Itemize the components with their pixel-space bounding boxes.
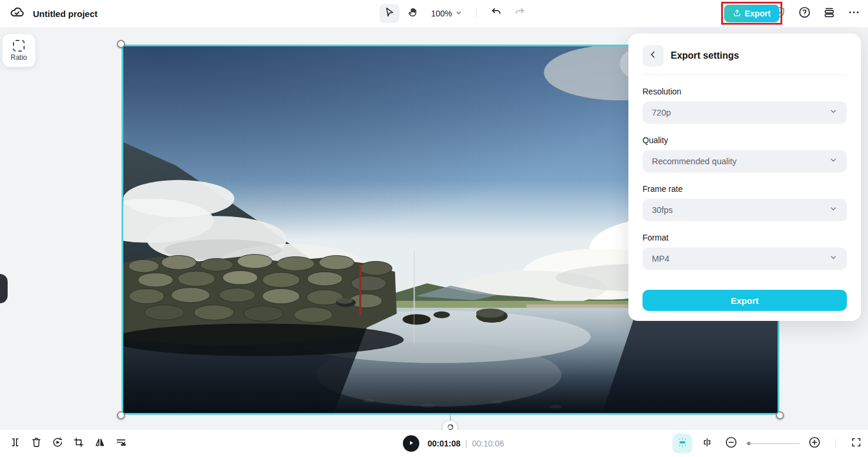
cursor-tool-button[interactable] xyxy=(379,4,399,23)
smart-cut-icon xyxy=(115,436,127,451)
chevron-down-icon xyxy=(829,156,837,167)
export-panel-header: Export settings xyxy=(642,45,847,75)
panel-export-button[interactable]: Export xyxy=(642,290,847,311)
export-button[interactable]: Export xyxy=(724,5,779,22)
selection-handle-bottom-right[interactable] xyxy=(776,411,784,419)
upload-icon xyxy=(733,9,741,19)
cloud-sync-icon xyxy=(9,5,25,22)
ratio-button[interactable]: Ratio xyxy=(2,34,35,67)
more-options-button[interactable] xyxy=(845,4,863,23)
chevron-down-icon xyxy=(829,205,837,215)
resolution-field: Resolution 720p xyxy=(642,87,847,124)
toolbar-divider xyxy=(476,9,477,18)
export-settings-panel: Export settings Resolution 720p Quality … xyxy=(628,33,861,321)
resolution-label: Resolution xyxy=(642,87,847,96)
magic-timeline-icon xyxy=(677,436,688,451)
chevron-down-icon xyxy=(455,8,462,19)
slider-knob[interactable] xyxy=(747,442,751,445)
reverse-icon xyxy=(52,436,63,451)
back-chevron-icon xyxy=(648,50,658,62)
zoom-level-dropdown[interactable]: 100% xyxy=(426,4,467,23)
zoom-out-icon xyxy=(725,436,738,451)
crop-button[interactable] xyxy=(70,435,87,452)
timeline-zoom-in-button[interactable] xyxy=(805,434,824,453)
timeline-zoom-out-button[interactable] xyxy=(722,434,741,453)
fit-timeline-button[interactable] xyxy=(698,434,716,453)
more-options-icon xyxy=(847,6,860,21)
quality-value: Recommended quality xyxy=(652,157,736,166)
mirror-button[interactable] xyxy=(92,435,108,452)
magic-timeline-button[interactable] xyxy=(672,434,692,453)
collapsed-sidebar-tab[interactable] xyxy=(0,274,8,303)
delete-icon xyxy=(31,436,42,451)
bottom-bar: 00:01:08 | 00:10:06 xyxy=(0,430,868,457)
chevron-down-icon xyxy=(829,253,837,264)
current-time: 00:01:08 xyxy=(428,439,460,448)
format-dropdown[interactable]: MP4 xyxy=(642,248,847,270)
zoom-level-value: 100% xyxy=(431,9,452,18)
help-icon xyxy=(798,6,811,21)
format-value: MP4 xyxy=(652,254,669,263)
bottom-divider xyxy=(835,439,836,448)
frame-rate-value: 30fps xyxy=(652,205,672,215)
format-label: Format xyxy=(642,233,847,242)
frame-rate-label: Frame rate xyxy=(642,184,847,194)
play-button[interactable] xyxy=(403,435,419,452)
crop-icon xyxy=(73,436,85,451)
cursor-icon xyxy=(383,6,395,21)
resolution-value: 720p xyxy=(652,108,671,117)
redo-button[interactable] xyxy=(510,4,530,23)
play-icon xyxy=(408,438,415,449)
zoom-in-icon xyxy=(808,436,821,451)
split-button[interactable] xyxy=(7,435,23,452)
timeline-zoom-slider[interactable] xyxy=(746,439,800,448)
export-list-button[interactable] xyxy=(820,4,839,23)
hand-icon xyxy=(407,6,419,21)
project-title[interactable]: Untitled project xyxy=(33,9,97,19)
top-bar: Untitled project 100% xyxy=(0,0,868,27)
total-time: 00:10:06 xyxy=(472,439,504,448)
quality-dropdown[interactable]: Recommended quality xyxy=(642,150,847,172)
timecode: 00:01:08 | 00:10:06 xyxy=(428,439,504,448)
frame-rate-dropdown[interactable]: 30fps xyxy=(642,199,847,221)
export-button-label: Export xyxy=(745,9,771,18)
hand-tool-button[interactable] xyxy=(403,4,423,23)
redo-icon xyxy=(514,6,526,21)
fullscreen-icon xyxy=(850,436,862,451)
selection-handle-bottom-left[interactable] xyxy=(117,411,125,419)
back-button[interactable] xyxy=(642,45,664,66)
export-panel-title: Export settings xyxy=(671,50,739,61)
delete-button[interactable] xyxy=(28,435,45,452)
split-icon xyxy=(9,436,21,451)
ratio-label: Ratio xyxy=(11,53,27,62)
format-field: Format MP4 xyxy=(642,233,847,270)
reverse-button[interactable] xyxy=(49,435,66,452)
resolution-dropdown[interactable]: 720p xyxy=(642,101,847,124)
fullscreen-button[interactable] xyxy=(847,434,866,453)
selection-handle-top-left[interactable] xyxy=(117,40,125,48)
time-separator: | xyxy=(465,439,467,448)
quality-field: Quality Recommended quality xyxy=(642,136,847,172)
fit-timeline-icon xyxy=(701,436,713,451)
mirror-icon xyxy=(94,436,106,451)
chevron-down-icon xyxy=(829,107,837,118)
frame-rate-field: Frame rate 30fps xyxy=(642,184,847,221)
smart-cut-button[interactable] xyxy=(113,435,129,452)
ratio-icon xyxy=(13,40,25,52)
quality-label: Quality xyxy=(642,136,847,145)
undo-icon xyxy=(490,6,502,21)
help-button[interactable] xyxy=(795,4,814,23)
export-list-icon xyxy=(823,6,836,21)
undo-button[interactable] xyxy=(486,4,506,23)
slider-track xyxy=(746,443,800,444)
